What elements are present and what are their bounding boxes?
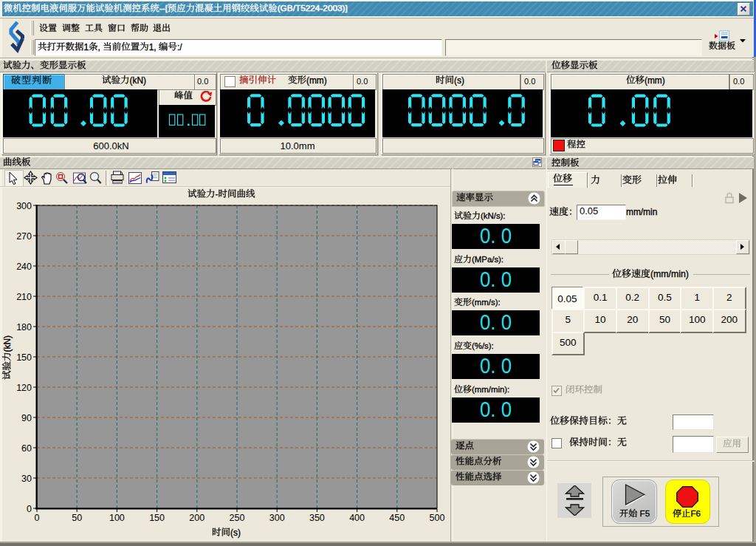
svg-text:(MPa/s):: (MPa/s):: [472, 255, 504, 264]
svg-text:150: 150: [16, 352, 32, 363]
svg-text:400: 400: [349, 513, 365, 523]
svg-text:(kN/s):: (kN/s):: [481, 211, 506, 220]
svg-text:200: 200: [189, 513, 205, 523]
svg-text:250: 250: [230, 513, 245, 523]
svg-text:0: 0: [35, 513, 40, 523]
svg-text:240: 240: [16, 262, 32, 272]
svg-text:60: 60: [21, 443, 32, 454]
svg-text:90: 90: [21, 413, 32, 423]
svg-text:350: 350: [309, 513, 325, 523]
svg-text:300: 300: [16, 201, 32, 211]
svg-text:300: 300: [269, 513, 285, 523]
svg-text:(s): (s): [230, 528, 241, 538]
svg-text:450: 450: [389, 513, 405, 523]
svg-text:270: 270: [16, 231, 32, 242]
svg-text:(mm/s):: (mm/s):: [472, 298, 501, 307]
svg-text:0: 0: [27, 504, 32, 514]
svg-text:(mm/min):: (mm/min):: [472, 385, 509, 394]
svg-text:50: 50: [72, 513, 82, 523]
svg-text:F5: F5: [637, 508, 650, 518]
svg-text:180: 180: [16, 322, 32, 332]
svg-text:150: 150: [149, 513, 165, 523]
svg-text:(mm): (mm): [645, 75, 665, 86]
svg-text:30: 30: [21, 474, 32, 484]
svg-text:210: 210: [16, 292, 32, 302]
svg-text:F6: F6: [690, 508, 701, 518]
svg-text:120: 120: [16, 383, 32, 393]
svg-text:mm/min: mm/min: [626, 207, 657, 217]
svg-text:100: 100: [109, 513, 125, 523]
svg-text:(%/s):: (%/s):: [472, 341, 494, 350]
svg-text:(kN): (kN): [2, 335, 13, 352]
svg-text:(mm/min): (mm/min): [650, 269, 689, 279]
svg-text:500: 500: [430, 513, 445, 523]
